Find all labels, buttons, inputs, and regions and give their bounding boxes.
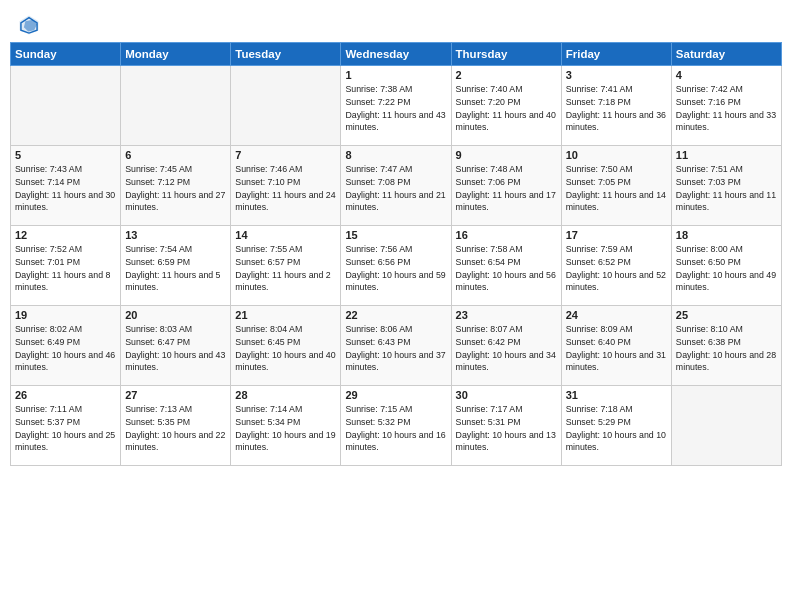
day-info: Sunrise: 8:00 AMSunset: 6:50 PMDaylight:…: [676, 243, 777, 294]
table-row: 20Sunrise: 8:03 AMSunset: 6:47 PMDayligh…: [121, 306, 231, 386]
table-row: 24Sunrise: 8:09 AMSunset: 6:40 PMDayligh…: [561, 306, 671, 386]
day-info: Sunrise: 7:47 AMSunset: 7:08 PMDaylight:…: [345, 163, 446, 214]
calendar-table: Sunday Monday Tuesday Wednesday Thursday…: [10, 42, 782, 466]
table-row: [671, 386, 781, 466]
day-number: 13: [125, 229, 226, 241]
table-row: 25Sunrise: 8:10 AMSunset: 6:38 PMDayligh…: [671, 306, 781, 386]
day-info: Sunrise: 7:58 AMSunset: 6:54 PMDaylight:…: [456, 243, 557, 294]
day-info: Sunrise: 7:51 AMSunset: 7:03 PMDaylight:…: [676, 163, 777, 214]
day-info: Sunrise: 8:06 AMSunset: 6:43 PMDaylight:…: [345, 323, 446, 374]
day-info: Sunrise: 8:02 AMSunset: 6:49 PMDaylight:…: [15, 323, 116, 374]
day-info: Sunrise: 7:38 AMSunset: 7:22 PMDaylight:…: [345, 83, 446, 134]
col-friday: Friday: [561, 43, 671, 66]
day-number: 6: [125, 149, 226, 161]
day-info: Sunrise: 7:15 AMSunset: 5:32 PMDaylight:…: [345, 403, 446, 454]
calendar-week-row: 19Sunrise: 8:02 AMSunset: 6:49 PMDayligh…: [11, 306, 782, 386]
day-info: Sunrise: 7:45 AMSunset: 7:12 PMDaylight:…: [125, 163, 226, 214]
day-number: 23: [456, 309, 557, 321]
day-info: Sunrise: 8:03 AMSunset: 6:47 PMDaylight:…: [125, 323, 226, 374]
table-row: 29Sunrise: 7:15 AMSunset: 5:32 PMDayligh…: [341, 386, 451, 466]
table-row: 21Sunrise: 8:04 AMSunset: 6:45 PMDayligh…: [231, 306, 341, 386]
table-row: 4Sunrise: 7:42 AMSunset: 7:16 PMDaylight…: [671, 66, 781, 146]
day-number: 30: [456, 389, 557, 401]
day-info: Sunrise: 7:40 AMSunset: 7:20 PMDaylight:…: [456, 83, 557, 134]
day-number: 17: [566, 229, 667, 241]
day-number: 3: [566, 69, 667, 81]
day-info: Sunrise: 8:10 AMSunset: 6:38 PMDaylight:…: [676, 323, 777, 374]
table-row: 19Sunrise: 8:02 AMSunset: 6:49 PMDayligh…: [11, 306, 121, 386]
day-info: Sunrise: 7:54 AMSunset: 6:59 PMDaylight:…: [125, 243, 226, 294]
table-row: 11Sunrise: 7:51 AMSunset: 7:03 PMDayligh…: [671, 146, 781, 226]
day-info: Sunrise: 7:42 AMSunset: 7:16 PMDaylight:…: [676, 83, 777, 134]
day-number: 25: [676, 309, 777, 321]
table-row: 13Sunrise: 7:54 AMSunset: 6:59 PMDayligh…: [121, 226, 231, 306]
day-info: Sunrise: 7:48 AMSunset: 7:06 PMDaylight:…: [456, 163, 557, 214]
day-number: 28: [235, 389, 336, 401]
day-info: Sunrise: 7:13 AMSunset: 5:35 PMDaylight:…: [125, 403, 226, 454]
day-info: Sunrise: 7:14 AMSunset: 5:34 PMDaylight:…: [235, 403, 336, 454]
col-monday: Monday: [121, 43, 231, 66]
day-number: 2: [456, 69, 557, 81]
table-row: 2Sunrise: 7:40 AMSunset: 7:20 PMDaylight…: [451, 66, 561, 146]
calendar-page: Sunday Monday Tuesday Wednesday Thursday…: [0, 0, 792, 612]
day-number: 15: [345, 229, 446, 241]
calendar-week-row: 26Sunrise: 7:11 AMSunset: 5:37 PMDayligh…: [11, 386, 782, 466]
calendar-header-row: Sunday Monday Tuesday Wednesday Thursday…: [11, 43, 782, 66]
day-info: Sunrise: 7:52 AMSunset: 7:01 PMDaylight:…: [15, 243, 116, 294]
table-row: [11, 66, 121, 146]
table-row: 3Sunrise: 7:41 AMSunset: 7:18 PMDaylight…: [561, 66, 671, 146]
day-number: 21: [235, 309, 336, 321]
calendar-week-row: 5Sunrise: 7:43 AMSunset: 7:14 PMDaylight…: [11, 146, 782, 226]
day-number: 29: [345, 389, 446, 401]
day-number: 9: [456, 149, 557, 161]
table-row: 18Sunrise: 8:00 AMSunset: 6:50 PMDayligh…: [671, 226, 781, 306]
day-number: 1: [345, 69, 446, 81]
day-info: Sunrise: 7:59 AMSunset: 6:52 PMDaylight:…: [566, 243, 667, 294]
day-info: Sunrise: 8:04 AMSunset: 6:45 PMDaylight:…: [235, 323, 336, 374]
logo: [18, 14, 44, 36]
day-info: Sunrise: 7:17 AMSunset: 5:31 PMDaylight:…: [456, 403, 557, 454]
day-number: 24: [566, 309, 667, 321]
day-number: 4: [676, 69, 777, 81]
table-row: 26Sunrise: 7:11 AMSunset: 5:37 PMDayligh…: [11, 386, 121, 466]
day-number: 12: [15, 229, 116, 241]
day-number: 26: [15, 389, 116, 401]
header: [0, 0, 792, 42]
day-info: Sunrise: 7:41 AMSunset: 7:18 PMDaylight:…: [566, 83, 667, 134]
day-info: Sunrise: 7:46 AMSunset: 7:10 PMDaylight:…: [235, 163, 336, 214]
day-number: 5: [15, 149, 116, 161]
day-number: 14: [235, 229, 336, 241]
day-number: 11: [676, 149, 777, 161]
col-tuesday: Tuesday: [231, 43, 341, 66]
table-row: 15Sunrise: 7:56 AMSunset: 6:56 PMDayligh…: [341, 226, 451, 306]
logo-icon: [18, 14, 40, 36]
table-row: 10Sunrise: 7:50 AMSunset: 7:05 PMDayligh…: [561, 146, 671, 226]
table-row: [231, 66, 341, 146]
day-number: 22: [345, 309, 446, 321]
col-saturday: Saturday: [671, 43, 781, 66]
day-number: 8: [345, 149, 446, 161]
table-row: 1Sunrise: 7:38 AMSunset: 7:22 PMDaylight…: [341, 66, 451, 146]
day-info: Sunrise: 8:07 AMSunset: 6:42 PMDaylight:…: [456, 323, 557, 374]
day-info: Sunrise: 7:18 AMSunset: 5:29 PMDaylight:…: [566, 403, 667, 454]
day-info: Sunrise: 7:55 AMSunset: 6:57 PMDaylight:…: [235, 243, 336, 294]
table-row: 31Sunrise: 7:18 AMSunset: 5:29 PMDayligh…: [561, 386, 671, 466]
day-info: Sunrise: 7:56 AMSunset: 6:56 PMDaylight:…: [345, 243, 446, 294]
day-info: Sunrise: 7:50 AMSunset: 7:05 PMDaylight:…: [566, 163, 667, 214]
day-number: 7: [235, 149, 336, 161]
table-row: 17Sunrise: 7:59 AMSunset: 6:52 PMDayligh…: [561, 226, 671, 306]
day-info: Sunrise: 7:11 AMSunset: 5:37 PMDaylight:…: [15, 403, 116, 454]
day-number: 19: [15, 309, 116, 321]
table-row: 9Sunrise: 7:48 AMSunset: 7:06 PMDaylight…: [451, 146, 561, 226]
day-number: 31: [566, 389, 667, 401]
table-row: 8Sunrise: 7:47 AMSunset: 7:08 PMDaylight…: [341, 146, 451, 226]
table-row: 22Sunrise: 8:06 AMSunset: 6:43 PMDayligh…: [341, 306, 451, 386]
calendar-week-row: 12Sunrise: 7:52 AMSunset: 7:01 PMDayligh…: [11, 226, 782, 306]
day-number: 10: [566, 149, 667, 161]
table-row: 27Sunrise: 7:13 AMSunset: 5:35 PMDayligh…: [121, 386, 231, 466]
table-row: 6Sunrise: 7:45 AMSunset: 7:12 PMDaylight…: [121, 146, 231, 226]
table-row: [121, 66, 231, 146]
table-row: 5Sunrise: 7:43 AMSunset: 7:14 PMDaylight…: [11, 146, 121, 226]
col-sunday: Sunday: [11, 43, 121, 66]
col-wednesday: Wednesday: [341, 43, 451, 66]
